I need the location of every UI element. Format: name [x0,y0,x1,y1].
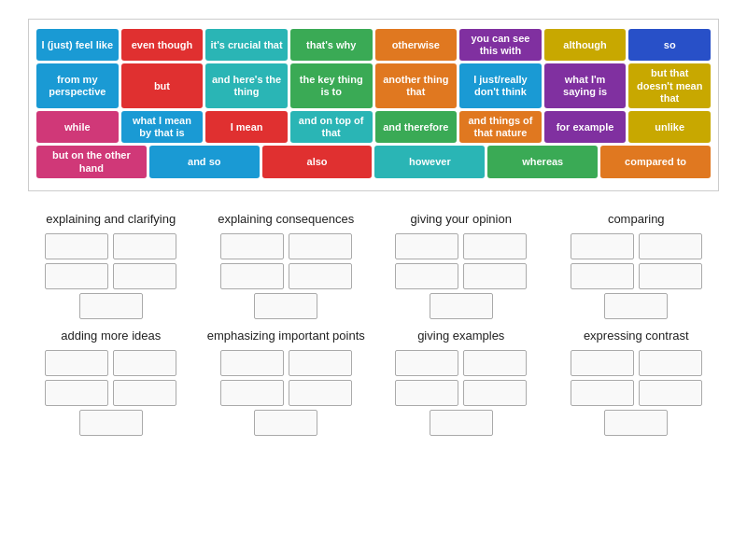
tile[interactable]: even though [121,29,204,61]
category-title-explaining-clarifying: explaining and clarifying [28,212,194,226]
tile[interactable]: unlike [628,111,711,143]
drop-box[interactable] [113,380,176,406]
drop-box[interactable] [463,233,527,259]
drop-box[interactable] [289,233,352,259]
drop-row [79,410,143,436]
drop-row [571,380,702,406]
drop-row [395,233,527,259]
drop-row [571,233,702,259]
drop-box[interactable] [639,263,702,289]
drop-row [604,410,668,436]
drop-box[interactable] [45,233,108,259]
drop-row [571,263,702,289]
tile[interactable]: compared to [600,146,711,177]
drop-box[interactable] [220,263,284,289]
drop-box[interactable] [45,350,108,376]
drop-box[interactable] [639,350,702,376]
drop-box[interactable] [220,380,284,406]
drop-box[interactable] [254,410,317,436]
drop-row [45,233,176,259]
tile[interactable]: I just/really don't think [459,63,542,108]
tile[interactable]: but on the other hand [36,146,147,177]
category-comparing: comparing [554,212,720,319]
drop-box[interactable] [289,380,352,406]
drop-boxes-giving-opinion [378,233,544,319]
drop-box[interactable] [395,350,458,376]
tile[interactable]: but that doesn't mean that [628,63,711,108]
tile[interactable]: what I mean by that is [121,111,204,143]
tile[interactable]: I (just) feel like [36,29,119,61]
tile[interactable]: but [121,63,204,108]
tile[interactable]: you can see this with [459,29,542,61]
tile[interactable]: while [36,111,119,143]
drop-box[interactable] [395,380,458,406]
drop-box[interactable] [639,380,702,406]
drop-row [604,293,668,319]
tile[interactable]: I mean [205,111,288,143]
tile[interactable]: and here's the thing [205,63,288,108]
drop-box[interactable] [113,263,176,289]
drop-box[interactable] [463,350,527,376]
drop-box[interactable] [463,263,527,289]
drop-boxes-adding-ideas [28,350,194,436]
drop-box[interactable] [395,233,458,259]
drop-box[interactable] [430,293,493,319]
drop-box[interactable] [220,350,284,376]
tile[interactable]: and on top of that [290,111,373,143]
drop-box[interactable] [113,233,176,259]
tile[interactable]: another thing that [375,63,458,108]
drop-boxes-comparing [554,233,720,319]
drop-row [220,350,352,376]
drop-box[interactable] [571,380,634,406]
tile[interactable]: what I'm saying is [544,63,627,108]
category-title-explaining-consequences: explaining consequences [204,212,370,226]
drop-box[interactable] [45,263,108,289]
drop-box[interactable] [604,410,668,436]
drop-boxes-emphasizing [204,350,370,436]
drop-box[interactable] [289,263,352,289]
tile[interactable]: although [544,29,627,61]
drop-box[interactable] [220,233,284,259]
drop-row [254,410,317,436]
tile-row-0: I (just) feel likeeven thoughit's crucia… [36,29,711,61]
drop-box[interactable] [639,233,702,259]
tile[interactable]: otherwise [375,29,458,61]
drop-boxes-expressing-contrast [554,350,720,436]
category-title-emphasizing: emphasizing important points [204,329,370,343]
category-adding-ideas: adding more ideas [28,329,194,436]
drop-box[interactable] [430,410,493,436]
category-giving-opinion: giving your opinion [378,212,544,319]
drop-row [430,410,493,436]
drop-box[interactable] [604,293,668,319]
drop-box[interactable] [463,380,527,406]
drop-box[interactable] [79,410,143,436]
tile[interactable]: that's why [290,29,373,61]
drop-box[interactable] [113,350,176,376]
drop-box[interactable] [254,293,317,319]
drop-row [571,350,702,376]
tile-row-2: whilewhat I mean by that isI meanand on … [36,111,711,143]
tile[interactable]: also [262,146,373,177]
tile[interactable]: and so [149,146,260,177]
drop-box[interactable] [571,350,634,376]
drop-box[interactable] [79,293,143,319]
tile[interactable]: it's crucial that [205,29,288,61]
tile[interactable]: and therefore [375,111,458,143]
drop-box[interactable] [571,233,634,259]
tile[interactable]: for example [544,111,627,143]
category-explaining-clarifying: explaining and clarifying [28,212,194,319]
drop-box[interactable] [571,263,634,289]
drop-row [395,263,527,289]
drop-row [45,350,176,376]
drop-box[interactable] [45,380,108,406]
tile[interactable]: however [374,146,485,177]
tile-row-3: but on the other handand soalsohoweverwh… [36,146,711,177]
drop-box[interactable] [289,350,352,376]
tile[interactable]: the key thing is to [290,63,373,108]
tile[interactable]: so [628,29,711,61]
tile[interactable]: whereas [487,146,598,177]
tile[interactable]: and things of that nature [459,111,542,143]
tile[interactable]: from my perspective [36,63,119,108]
drop-box[interactable] [395,263,458,289]
drop-boxes-explaining-consequences [204,233,370,319]
